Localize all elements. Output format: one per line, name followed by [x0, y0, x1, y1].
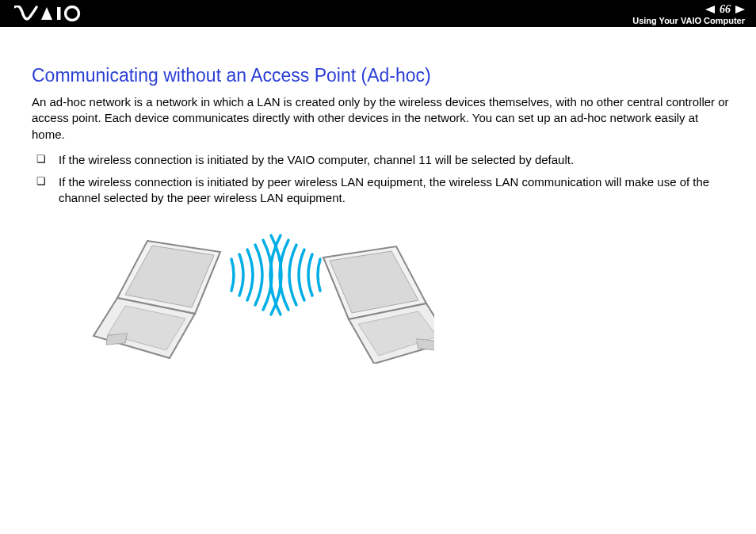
vaio-logo [14, 6, 84, 21]
bullet-list: If the wireless connection is initiated … [32, 152, 729, 207]
svg-rect-6 [106, 333, 127, 344]
svg-rect-0 [57, 7, 61, 20]
laptop-right-icon [323, 246, 434, 364]
page-title: Communicating without an Access Point (A… [32, 65, 729, 86]
header-right: 66 Using Your VAIO Computer [632, 2, 745, 25]
laptop-left-icon [94, 241, 220, 358]
next-page-arrow-icon[interactable] [735, 2, 745, 17]
section-label: Using Your VAIO Computer [632, 16, 745, 25]
page-number: 66 [720, 3, 731, 16]
list-item: If the wireless connection is initiated … [55, 152, 729, 168]
page-nav: 66 [705, 2, 745, 17]
list-item: If the wireless connection is initiated … [55, 174, 729, 207]
prev-page-arrow-icon[interactable] [705, 2, 715, 17]
adhoc-figure [86, 229, 729, 367]
svg-rect-11 [417, 338, 434, 349]
svg-point-1 [66, 7, 79, 21]
page-content: Communicating without an Access Point (A… [0, 27, 756, 367]
page-header: 66 Using Your VAIO Computer [0, 0, 756, 27]
intro-paragraph: An ad-hoc network is a network in which … [32, 94, 729, 143]
